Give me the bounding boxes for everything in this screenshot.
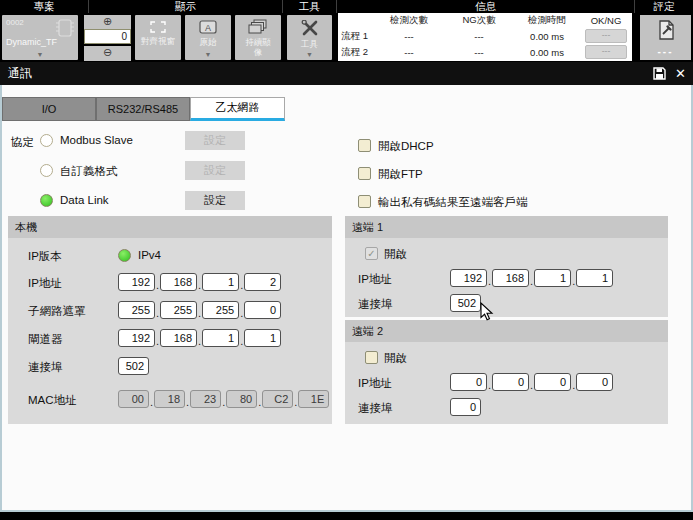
- remote2-port-input[interactable]: 0: [450, 398, 481, 416]
- tools-button[interactable]: 工具 ▼: [287, 15, 332, 60]
- section-header-tools: 工具: [282, 0, 336, 13]
- save-button[interactable]: [653, 67, 666, 80]
- project-selector-button[interactable]: 0002 Dynamic_TF ▼: [2, 15, 78, 60]
- subnet-mask-octet-input[interactable]: 0: [244, 301, 281, 319]
- save-icon: [653, 67, 666, 80]
- mac-address-label: MAC地址: [28, 393, 77, 408]
- inspection-info-panel: 檢測次數 NG次數 檢測時間 OK/NG 流程 1 --- --- 0.00 m…: [338, 13, 632, 61]
- remote1-ip-octet-input[interactable]: 192: [450, 269, 487, 287]
- remote1-port-input[interactable]: 502: [450, 294, 481, 312]
- dot-separator: .: [240, 307, 243, 319]
- checkbox-ftp-label: 開啟FTP: [378, 167, 423, 182]
- continuous-image-button[interactable]: 持續顯像: [235, 15, 281, 60]
- subnet-mask-fields: 255.255.255.0: [118, 301, 281, 319]
- ip-version-label: IP版本: [28, 249, 62, 264]
- dot-separator: .: [294, 396, 297, 408]
- data-link-setting-button[interactable]: 設定: [185, 191, 245, 210]
- radio-modbus-slave-label: Modbus Slave: [60, 134, 133, 146]
- judge-report-icon: [656, 19, 676, 41]
- local-ip-label: IP地址: [28, 276, 62, 291]
- judge-result-value: ---: [640, 45, 691, 59]
- zoom-out-button[interactable]: ⊖: [84, 46, 131, 61]
- radio-data-link[interactable]: [40, 194, 53, 207]
- remote1-ip-octet-input[interactable]: 168: [492, 269, 529, 287]
- dropdown-arrow-icon: ▼: [185, 51, 231, 59]
- info-row2-time: 0.00 ms: [514, 47, 580, 58]
- top-toolbar: 專案 顯示 工具 信息 評定 0002 Dynamic_TF ▼ ⊕ 0 ⊖: [0, 0, 693, 62]
- info-row2-ng: ---: [444, 47, 514, 58]
- fit-window-icon: [150, 21, 166, 33]
- remote2-ip-octet-input[interactable]: 0: [450, 373, 487, 391]
- local-port-input[interactable]: 502: [118, 357, 149, 375]
- chip-icon: [56, 18, 74, 40]
- remote1-panel-title: 遠端 1: [345, 216, 668, 238]
- gateway-octet-input[interactable]: 168: [160, 329, 197, 347]
- info-header-count: 檢測次數: [374, 14, 444, 27]
- remote1-ip-octet-input[interactable]: 1: [534, 269, 571, 287]
- info-header-time: 檢測時間: [514, 14, 580, 27]
- mac-octet-field: 18: [154, 390, 185, 408]
- subnet-mask-octet-input[interactable]: 255: [118, 301, 155, 319]
- tools-label: 工具: [287, 40, 332, 50]
- remote2-ip-octet-input[interactable]: 0: [576, 373, 613, 391]
- radio-modbus-slave[interactable]: [40, 134, 53, 147]
- gateway-octet-input[interactable]: 1: [202, 329, 239, 347]
- close-button[interactable]: ✕: [675, 62, 686, 85]
- checkbox-ftp[interactable]: [358, 167, 371, 180]
- mouse-cursor: [480, 302, 494, 322]
- subnet-mask-octet-input[interactable]: 255: [160, 301, 197, 319]
- section-header-project: 專案: [0, 0, 88, 13]
- subnet-mask-octet-input[interactable]: 255: [202, 301, 239, 319]
- remote2-panel-title: 遠端 2: [345, 320, 668, 342]
- remote2-ip-octet-input[interactable]: 0: [534, 373, 571, 391]
- remote1-ip-fields: 192.168.1.1: [450, 269, 613, 287]
- zoom-in-button[interactable]: ⊕: [84, 15, 131, 29]
- remote2-ip-octet-input[interactable]: 0: [492, 373, 529, 391]
- info-row1-ng: ---: [444, 31, 514, 42]
- radio-custom-format[interactable]: [40, 164, 53, 177]
- tab-rs232-rs485[interactable]: RS232/RS485: [96, 97, 190, 121]
- gateway-octet-input[interactable]: 192: [118, 329, 155, 347]
- subnet-mask-label: 子網路遮罩: [28, 304, 86, 319]
- info-row2-count: ---: [374, 47, 444, 58]
- remote1-port-label: 連接埠: [358, 297, 393, 312]
- remote2-port-label: 連接埠: [358, 401, 393, 416]
- original-view-button[interactable]: A 原始 ▼: [185, 15, 231, 60]
- dialog-title: 通訊: [8, 62, 32, 85]
- remote1-ip-octet-input[interactable]: 1: [576, 269, 613, 287]
- dot-separator: .: [150, 396, 153, 408]
- local-ip-octet-input[interactable]: 168: [160, 273, 197, 291]
- tab-io[interactable]: I/O: [2, 97, 96, 121]
- checkbox-private-code-output-label: 輸出私有碼結果至遠端客戶端: [378, 195, 528, 210]
- mac-octet-field: 1E: [298, 390, 329, 408]
- remote2-enable-checkbox[interactable]: [365, 351, 378, 364]
- continuous-image-label: 持續顯像: [243, 38, 273, 57]
- zoom-level-input[interactable]: 0: [84, 29, 131, 44]
- tab-ethernet[interactable]: 乙太網路: [190, 97, 285, 121]
- tools-icon: [301, 20, 319, 36]
- dot-separator: .: [186, 396, 189, 408]
- judge-button[interactable]: ---: [640, 15, 691, 60]
- local-ip-octet-input[interactable]: 192: [118, 273, 155, 291]
- mac-octet-field: 00: [118, 390, 149, 408]
- local-ip-octet-input[interactable]: 1: [202, 273, 239, 291]
- remote2-enable-label: 開啟: [384, 351, 407, 366]
- info-header-okng: OK/NG: [580, 15, 632, 26]
- ip-version-value: IPv4: [138, 249, 161, 261]
- local-ip-octet-input[interactable]: 2: [244, 273, 281, 291]
- remote2-ip-fields: 0.0.0.0: [450, 373, 613, 391]
- info-row2-label: 流程 2: [338, 46, 374, 59]
- dot-separator: .: [530, 379, 533, 391]
- gateway-octet-input[interactable]: 1: [244, 329, 281, 347]
- dot-separator: .: [156, 335, 159, 347]
- checkbox-dhcp[interactable]: [358, 139, 371, 152]
- remote2-panel: 遠端 2 開啟 IP地址 0.0.0.0 連接埠 0: [345, 320, 668, 424]
- radio-ipv4[interactable]: [118, 249, 131, 262]
- checkbox-private-code-output[interactable]: [358, 195, 371, 208]
- custom-format-setting-button: 設定: [185, 161, 245, 180]
- dot-separator: .: [198, 307, 201, 319]
- dot-separator: .: [488, 275, 491, 287]
- original-image-icon: A: [199, 20, 217, 34]
- fit-window-button[interactable]: 對齊視窗: [135, 15, 181, 60]
- gateway-label: 閘道器: [28, 332, 63, 347]
